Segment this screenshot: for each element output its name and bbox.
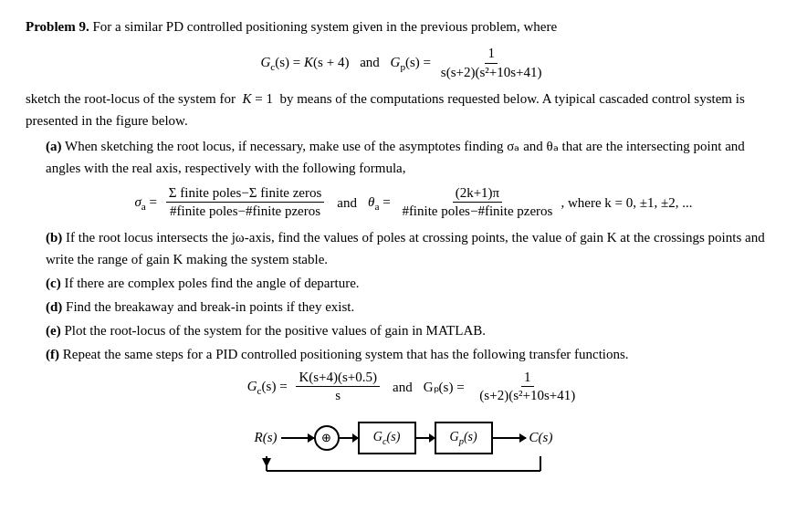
gp-num: 1	[485, 45, 498, 64]
gp-den: s(s+2)(s²+10s+41)	[438, 64, 545, 82]
problem-header: Problem 9. For a similar PD controlled p…	[26, 16, 781, 37]
block-diagram: R(s) ⊕ Gc(s) Gp(s)	[26, 422, 781, 487]
rs-label: R(s)	[255, 427, 278, 448]
problem-container: Problem 9. For a similar PD controlled p…	[26, 16, 781, 487]
where-text: , where k = 0, ±1, ±2, ...	[561, 192, 692, 214]
part-b-text: If the root locus intersects the jω-axis…	[46, 230, 765, 266]
and-label-1: and	[360, 55, 380, 69]
asymptote-formula-row: σa = Σ finite poles−Σ finite zeros #fini…	[46, 184, 781, 221]
summing-junction: ⊕	[314, 425, 340, 451]
f-gp-label: Gₚ(s) =	[424, 376, 465, 398]
arrow-to-gp	[416, 437, 435, 439]
sigma-label: σa =	[134, 191, 160, 214]
bd-main-row: R(s) ⊕ Gc(s) Gp(s)	[251, 422, 557, 454]
part-a-text: When sketching the root locus, if necess…	[46, 139, 745, 175]
gc-box-label: Gc(s)	[373, 427, 401, 449]
part-d-label: (d)	[46, 299, 62, 314]
f-gp-num: 1	[521, 369, 534, 388]
part-f: (f) Repeat the same steps for a PID cont…	[46, 343, 781, 405]
f-gp-fraction: 1 (s+2)(s²+10s+41)	[477, 369, 578, 405]
part-e-text: Plot the root-locus of the system for th…	[64, 323, 486, 338]
part-c: (c) If there are complex poles find the …	[46, 272, 781, 294]
sigma-den: #finite poles−#finite pzeros	[167, 203, 323, 221]
part-a: (a) When sketching the root locus, if ne…	[46, 135, 781, 221]
k-eq: K	[242, 91, 251, 106]
part-f-text: Repeat the same steps for a PID controll…	[63, 347, 629, 361]
problem-intro: For a similar PD controlled positioning …	[92, 19, 557, 34]
part-b: (b) If the root locus intersects the jω-…	[46, 226, 781, 270]
theta-den: #finite poles−#finite pzeros	[399, 203, 555, 221]
f-gc-fraction: K(s+4)(s+0.5) s	[296, 369, 380, 405]
arrow-to-gc	[340, 437, 358, 439]
gp-fraction: 1 s(s+2)(s²+10s+41)	[438, 45, 545, 81]
part-c-text: If there are complex poles find the angl…	[64, 276, 359, 290]
theta-label: θa =	[368, 191, 393, 214]
part-b-label: (b)	[46, 230, 62, 245]
gp-box-label: Gp(s)	[450, 427, 477, 449]
f-gp-den: (s+2)(s²+10s+41)	[477, 387, 578, 405]
sigma-fraction: Σ finite poles−Σ finite zeros #finite po…	[166, 184, 325, 221]
theta-fraction: (2k+1)π #finite poles−#finite pzeros	[399, 184, 555, 221]
f-gc-num: K(s+4)(s+0.5)	[296, 369, 380, 388]
output-arrow	[493, 437, 526, 439]
sum-symbol: ⊕	[321, 432, 331, 443]
gc-box: Gc(s)	[358, 422, 416, 454]
gp-label: Gp(s) =	[391, 52, 435, 75]
f-gc-label: Gc(s) =	[247, 375, 291, 399]
gc-eq: Gc(s) = K(s + 4)	[260, 52, 349, 75]
input-arrow	[281, 437, 314, 439]
sketch-text1: sketch the root-locus of the system for	[26, 91, 236, 106]
part-c-label: (c)	[46, 276, 61, 290]
gc-label: Gc(s) = K(s + 4)	[260, 52, 349, 75]
part-d: (d) Find the breakaway and break-in poin…	[46, 296, 781, 318]
gp-box: Gp(s)	[435, 422, 493, 454]
feedback-svg	[248, 454, 559, 487]
part-f-label: (f)	[46, 347, 59, 361]
f-and-label: and	[393, 376, 413, 398]
part-e: (e) Plot the root-locus of the system fo…	[46, 319, 781, 341]
sketch-paragraph: sketch the root-locus of the system for …	[26, 89, 781, 131]
problem-number: Problem 9.	[26, 19, 89, 34]
f-gc-den: s	[332, 387, 343, 405]
main-equation: Gc(s) = K(s + 4) and Gp(s) = 1 s(s+2)(s²…	[26, 45, 781, 81]
gp-eq: Gp(s) = 1 s(s+2)(s²+10s+41)	[391, 45, 547, 81]
f-gp-eq	[468, 376, 472, 398]
part-e-label: (e)	[46, 323, 61, 338]
f-equation-row: Gc(s) = K(s+4)(s+0.5) s and Gₚ(s) = 1 (s…	[46, 369, 781, 405]
part-d-text: Find the breakaway and break-in points i…	[66, 299, 354, 314]
part-a-label: (a)	[46, 139, 62, 153]
parts-list: (a) When sketching the root locus, if ne…	[46, 135, 781, 405]
and-label-2: and	[337, 192, 357, 214]
theta-num: (2k+1)π	[453, 184, 503, 203]
bd-wrapper: R(s) ⊕ Gc(s) Gp(s)	[248, 422, 559, 487]
cs-label: C(s)	[529, 427, 553, 448]
svg-marker-3	[262, 458, 271, 467]
sigma-num: Σ finite poles−Σ finite zeros	[166, 184, 325, 203]
